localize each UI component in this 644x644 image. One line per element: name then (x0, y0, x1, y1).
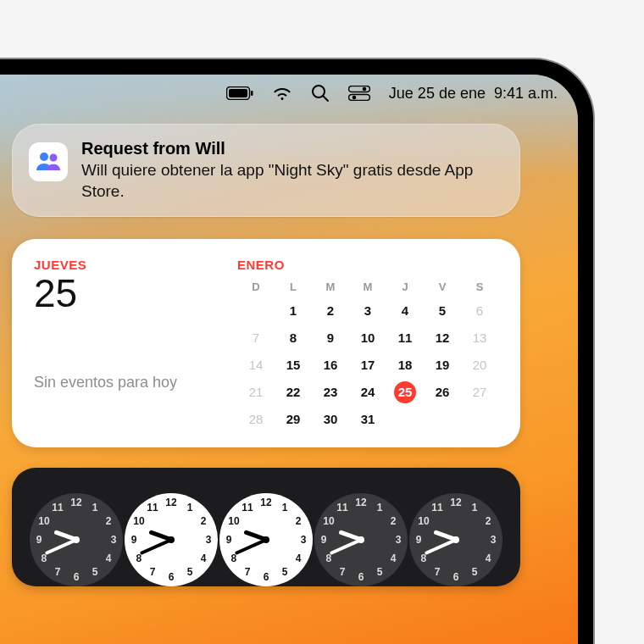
calendar-day (386, 410, 424, 429)
clock-face: 121234567891011 (219, 493, 313, 586)
notification-body: Request from Will Will quiere obtener la… (81, 139, 503, 202)
clock-tick: 12 (450, 497, 461, 508)
control-center-icon[interactable] (348, 86, 370, 101)
clock-tick: 4 (391, 552, 397, 564)
calendar-day: 19 (424, 356, 461, 375)
calendar-day: 16 (312, 356, 349, 375)
clock-tick: 4 (106, 552, 112, 564)
notification-text: Will quiere obtener la app "Night Sky" g… (81, 160, 503, 202)
wifi-icon (272, 86, 292, 101)
clock-tick: 11 (147, 502, 158, 514)
calendar-day: 22 (275, 383, 312, 402)
clock-tick: 2 (201, 515, 207, 527)
calendar-month-label: ENERO (237, 258, 498, 272)
calendar-day: 7 (237, 329, 275, 347)
clock-tick: 9 (131, 534, 137, 546)
screen: Jue 25 de ene 9:41 a.m. Request from Wil… (0, 75, 578, 644)
calendar-day: 4 (386, 302, 424, 320)
clock-tick: 7 (340, 566, 346, 578)
clock-tick: 7 (150, 566, 156, 578)
svg-rect-5 (348, 86, 369, 92)
clock-tick: 5 (282, 566, 288, 578)
clock-face: 121234567891011 (409, 493, 502, 586)
notification-banner[interactable]: Request from Will Will quiere obtener la… (12, 124, 520, 217)
calendar-today-pane: JUEVES 25 Sin eventos para hoy (34, 258, 212, 429)
status-time: 9:41 a.m. (494, 85, 558, 103)
clock-tick: 10 (418, 515, 429, 527)
clock-tick: 11 (242, 502, 253, 514)
calendar-day: 10 (349, 329, 386, 347)
svg-point-9 (40, 153, 48, 161)
clock-tick: 6 (264, 571, 269, 583)
clock-pin (358, 536, 364, 543)
clock-pin (452, 536, 459, 543)
clock-tick: 6 (358, 571, 364, 583)
clock-tick: 3 (206, 534, 212, 546)
calendar-day: 23 (312, 383, 349, 402)
calendar-day: 27 (461, 383, 498, 402)
calendar-day: 21 (237, 383, 275, 402)
clock-minute-hand (45, 539, 77, 556)
calendar-day: 3 (349, 302, 386, 320)
calendar-day: 14 (237, 356, 275, 375)
calendar-day (424, 410, 461, 429)
calendar-weekday-header: D (237, 280, 275, 293)
calendar-day (237, 302, 275, 320)
calendar-day: 28 (237, 410, 275, 429)
clock-pin (73, 536, 80, 543)
calendar-day-of-week: JUEVES (34, 258, 212, 272)
clock-tick: 7 (55, 566, 61, 578)
status-date: Jue 25 de ene (389, 85, 486, 103)
calendar-weekday-header: L (275, 280, 312, 293)
clock-tick: 1 (92, 502, 98, 514)
svg-rect-1 (229, 89, 247, 97)
svg-line-4 (323, 97, 328, 102)
clock-tick: 5 (377, 566, 383, 578)
clock-tick: 9 (36, 534, 42, 546)
clock-tick: 2 (486, 515, 491, 527)
device-bezel: Jue 25 de ene 9:41 a.m. Request from Wil… (0, 59, 593, 644)
world-clock-widget[interactable]: 1212345678910111212345678910111212345678… (12, 468, 520, 586)
clock-tick: 10 (38, 515, 49, 527)
clock-tick: 12 (70, 497, 81, 508)
clock-tick: 12 (260, 497, 271, 508)
clock-tick: 1 (472, 502, 478, 514)
calendar-day: 31 (349, 410, 386, 429)
calendar-day: 20 (461, 356, 498, 375)
calendar-weekday-header: J (386, 280, 424, 293)
calendar-grid: DLMMJVS123456789101112131415161718192021… (237, 280, 498, 429)
clock-tick: 3 (301, 534, 307, 546)
calendar-no-events: Sin eventos para hoy (34, 374, 212, 391)
clock-tick: 6 (453, 571, 459, 583)
calendar-day: 15 (275, 356, 312, 375)
calendar-widget[interactable]: JUEVES 25 Sin eventos para hoy ENERO DLM… (12, 239, 520, 447)
clock-tick: 1 (377, 502, 383, 514)
notification-title: Request from Will (81, 139, 503, 158)
search-icon[interactable] (311, 84, 330, 103)
clock-tick: 7 (245, 566, 251, 578)
calendar-day: 24 (349, 383, 386, 402)
status-datetime[interactable]: Jue 25 de ene 9:41 a.m. (389, 85, 558, 103)
clock-tick: 6 (169, 571, 175, 583)
clock-tick: 10 (133, 515, 144, 527)
clock-tick: 10 (323, 515, 334, 527)
svg-point-6 (363, 87, 367, 92)
calendar-day: 26 (424, 383, 461, 402)
clock-tick: 3 (111, 534, 117, 546)
calendar-day (461, 410, 498, 429)
clock-tick: 12 (165, 497, 176, 508)
calendar-day: 8 (275, 329, 312, 347)
clock-tick: 11 (52, 502, 63, 514)
battery-icon (226, 86, 253, 100)
calendar-weekday-header: M (349, 280, 386, 293)
clock-tick: 10 (228, 515, 239, 527)
clock-tick: 12 (355, 497, 366, 508)
calendar-day: 2 (312, 302, 349, 320)
clock-tick: 4 (486, 552, 491, 564)
clock-tick: 5 (92, 566, 98, 578)
clock-tick: 9 (321, 534, 327, 546)
clock-minute-hand (425, 539, 457, 556)
clock-pin (263, 536, 269, 543)
clock-tick: 2 (391, 515, 397, 527)
clock-tick: 3 (491, 534, 497, 546)
